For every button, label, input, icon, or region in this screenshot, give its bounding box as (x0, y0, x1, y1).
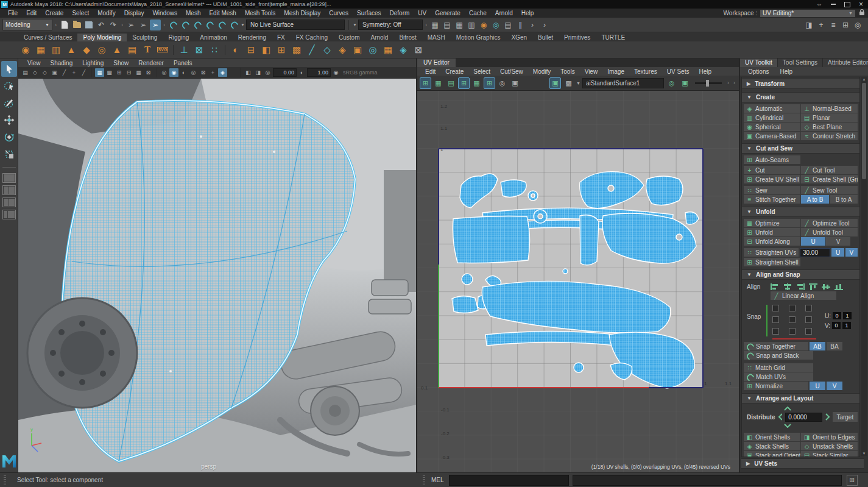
shelf-tab-animation[interactable]: Animation (194, 34, 232, 41)
snap-u-min-field[interactable]: 0 (833, 312, 841, 319)
normal-based-button[interactable]: ⊥Normal-Based (801, 104, 858, 113)
play-flag-icon[interactable]: › (539, 20, 550, 30)
viewport-menu-lighting[interactable]: Lighting (78, 60, 108, 66)
linear-align-button[interactable]: ╱Linear Align (771, 291, 836, 300)
snap-checkbox[interactable] (772, 305, 779, 311)
menu-mesh-tools[interactable]: Mesh Tools (241, 10, 280, 16)
snap-checkbox[interactable] (789, 316, 796, 323)
section-align-and-snap[interactable]: ▼ Align and Snap (742, 269, 859, 280)
snap-checkbox[interactable] (772, 328, 779, 335)
optimize-tool-button[interactable]: ╱Optimize Tool (801, 219, 858, 227)
scroll-down-arrow-icon[interactable]: ▼ (861, 452, 867, 455)
shelf-tab-poly-modeling[interactable]: Poly Modeling (77, 34, 127, 41)
snap-to-projected-center-icon[interactable] (204, 20, 215, 30)
snap-checkbox[interactable] (789, 305, 796, 311)
menu-mesh-display[interactable]: Mesh Display (280, 10, 325, 16)
combine-icon[interactable]: ◐ (228, 43, 243, 57)
best-plane-button[interactable]: ◇Best Plane (801, 123, 858, 131)
viewport-menu-panels[interactable]: Panels (169, 60, 197, 66)
flat-shade-icon[interactable]: ◐ (179, 68, 188, 77)
sidebar-channel-box-icon[interactable]: ≡ (828, 20, 839, 30)
last-tool-frame-icon[interactable]: ⊠ (411, 43, 426, 57)
render-view-icon[interactable]: ▦ (454, 20, 465, 30)
play-flag-icon[interactable]: › (527, 20, 538, 30)
uv-editor-tab[interactable]: UV Editor (417, 59, 456, 67)
shelf-tab-primitives[interactable]: Primitives (559, 34, 596, 41)
uv-pixel-snap-icon[interactable]: ▦ (432, 77, 444, 89)
stack-similar-button[interactable]: ▤Stack Similar (801, 451, 858, 457)
sidebar-layer-editor-icon[interactable]: ⊞ (840, 20, 851, 30)
toolbar-overflow-icon[interactable]: › (733, 80, 735, 86)
reduce-icon[interactable]: ▩ (289, 43, 304, 57)
separate-icon[interactable]: ⊟ (244, 43, 258, 57)
menu-create[interactable]: Create (41, 10, 68, 16)
section-unfold[interactable]: ▼ Unfold (742, 207, 859, 217)
gamma-field[interactable]: 1.00 (307, 68, 331, 77)
textured-toggle-icon[interactable]: ◈ (218, 68, 227, 77)
straighten-angle-field[interactable]: 30.00 (800, 248, 831, 257)
uv-grid-snap-icon[interactable]: ⊞ (420, 77, 431, 89)
viewport-menu-show[interactable]: Show (109, 60, 133, 66)
motion-blur-icon[interactable]: ⊠ (199, 68, 208, 77)
snap-u-max-field[interactable]: 1 (843, 312, 852, 319)
tab-uv-toolkit[interactable]: UV Toolkit (740, 59, 778, 67)
distribute-right-chevron[interactable] (825, 413, 830, 421)
viewport-menu-shading[interactable]: Shading (46, 60, 77, 66)
menu-select[interactable]: Select (68, 10, 93, 16)
chevron-down-icon[interactable]: ▼ (241, 23, 245, 27)
uv-distortion-icon[interactable]: ◎ (496, 77, 508, 89)
select-object-icon[interactable]: ➢ (138, 20, 149, 30)
stack-and-orient-button[interactable]: ▣Stack and Orient (744, 451, 800, 457)
menu-mesh[interactable]: Mesh (182, 10, 205, 16)
unfold-along-v-toggle[interactable]: V (826, 237, 850, 246)
menu-help[interactable]: Help (517, 10, 538, 16)
group-separator[interactable]: › (425, 22, 427, 28)
snap-to-curve-icon[interactable] (180, 20, 191, 30)
scale-tool-button[interactable] (1, 146, 17, 162)
menu-edit[interactable]: Edit (22, 10, 41, 16)
b-to-a-toggle[interactable]: B to A (830, 195, 858, 204)
section-create[interactable]: ▼ Create (742, 92, 859, 102)
smooth-shade-icon[interactable]: ◉ (169, 68, 178, 77)
snap-v-min-field[interactable]: 0 (832, 322, 841, 329)
shelf-tab-custom[interactable]: Custom (333, 34, 365, 41)
mel-label[interactable]: MEL (431, 477, 444, 483)
restore-button[interactable] (844, 2, 850, 7)
snap-v-max-field[interactable]: 1 (842, 322, 851, 329)
poly-cone-icon[interactable]: ▲ (64, 43, 79, 57)
extrude-icon[interactable]: ▦ (381, 43, 395, 57)
type-tool-icon[interactable]: T (140, 43, 155, 57)
snap-checkbox[interactable] (805, 305, 812, 311)
grease-pencil-icon[interactable]: ╱ (79, 68, 88, 77)
shelf-tab-curves-surfaces[interactable]: Curves / Surfaces (18, 34, 77, 41)
viewport-menu-renderer[interactable]: Renderer (134, 60, 168, 66)
save-scene-button[interactable] (83, 20, 94, 30)
snap-together-tool-icon[interactable]: ⊠ (192, 43, 206, 57)
target-button[interactable]: Target (833, 412, 858, 422)
poly-cylinder-icon[interactable]: ▥ (49, 43, 63, 57)
straighten-v-toggle[interactable]: V (845, 248, 858, 257)
normalize-v-toggle[interactable]: V (827, 382, 842, 390)
contour-stretch-button[interactable]: ≈Contour Stretch (801, 132, 858, 140)
orient-to-edges-button[interactable]: ◨Orient to Edges (801, 433, 858, 441)
wireframe-mode-icon[interactable]: ▦ (95, 68, 104, 77)
spherical-button[interactable]: ◉Spherical (744, 123, 800, 131)
snap-to-point-icon[interactable] (192, 20, 203, 30)
checker-map-icon[interactable]: ▩ (563, 77, 574, 89)
shelf-tab-motion-graphics[interactable]: Motion Graphics (451, 34, 506, 41)
smooth-icon[interactable]: ⊞ (274, 43, 289, 57)
stitch-together-button[interactable]: ≡Stitch Together (744, 195, 800, 204)
uv-menu-uv-sets[interactable]: UV Sets (663, 68, 694, 75)
layout-single-pane-button[interactable] (2, 173, 16, 183)
select-hierarchy-icon[interactable]: ➢ (125, 20, 136, 30)
unfold-tool-button[interactable]: ╱Unfold Tool (801, 228, 858, 236)
close-button[interactable]: × (859, 1, 863, 7)
cylindrical-button[interactable]: ▥Cylindrical (744, 113, 800, 122)
menu-arnold[interactable]: Arnold (491, 10, 517, 16)
shelf-tab-fx-caching[interactable]: FX Caching (291, 34, 333, 41)
display-image-icon[interactable]: ▣ (549, 77, 561, 89)
layout-four-pane-button[interactable] (2, 185, 16, 195)
menu-modify[interactable]: Modify (93, 10, 119, 16)
image-dim-slider[interactable] (695, 82, 722, 84)
tab-attribute-editor[interactable]: Attribute Editor (823, 59, 868, 67)
